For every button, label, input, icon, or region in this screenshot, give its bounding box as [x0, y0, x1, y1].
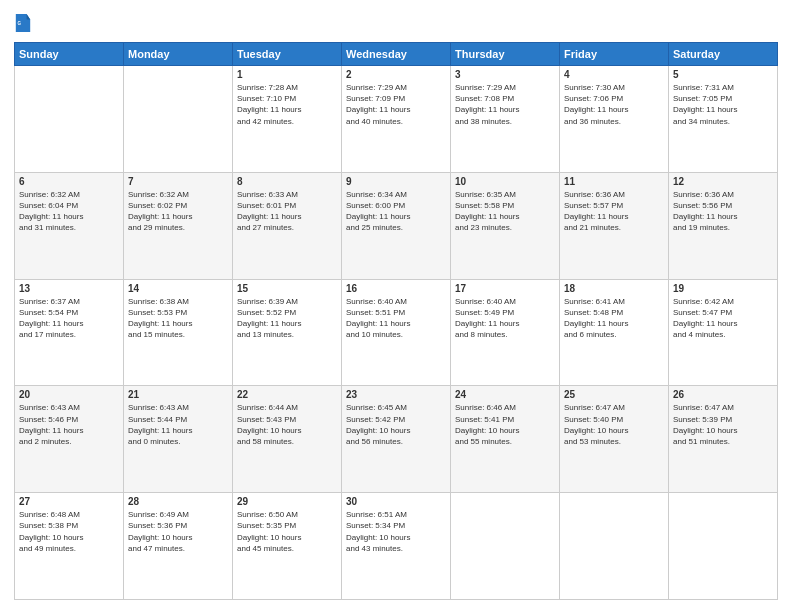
- col-header-sunday: Sunday: [15, 43, 124, 66]
- day-info: Sunrise: 6:46 AM Sunset: 5:41 PM Dayligh…: [455, 402, 555, 447]
- day-number: 16: [346, 283, 446, 294]
- col-header-thursday: Thursday: [451, 43, 560, 66]
- calendar-week-row: 1Sunrise: 7:28 AM Sunset: 7:10 PM Daylig…: [15, 66, 778, 173]
- day-info: Sunrise: 6:48 AM Sunset: 5:38 PM Dayligh…: [19, 509, 119, 554]
- day-number: 1: [237, 69, 337, 80]
- svg-marker-1: [27, 14, 31, 19]
- day-number: 10: [455, 176, 555, 187]
- calendar-cell: [451, 493, 560, 600]
- day-number: 17: [455, 283, 555, 294]
- calendar-cell: 3Sunrise: 7:29 AM Sunset: 7:08 PM Daylig…: [451, 66, 560, 173]
- calendar-cell: 23Sunrise: 6:45 AM Sunset: 5:42 PM Dayli…: [342, 386, 451, 493]
- day-number: 14: [128, 283, 228, 294]
- day-number: 4: [564, 69, 664, 80]
- day-info: Sunrise: 6:36 AM Sunset: 5:57 PM Dayligh…: [564, 189, 664, 234]
- calendar-cell: 29Sunrise: 6:50 AM Sunset: 5:35 PM Dayli…: [233, 493, 342, 600]
- calendar-week-row: 20Sunrise: 6:43 AM Sunset: 5:46 PM Dayli…: [15, 386, 778, 493]
- calendar-cell: 8Sunrise: 6:33 AM Sunset: 6:01 PM Daylig…: [233, 172, 342, 279]
- day-info: Sunrise: 6:43 AM Sunset: 5:44 PM Dayligh…: [128, 402, 228, 447]
- calendar-cell: 30Sunrise: 6:51 AM Sunset: 5:34 PM Dayli…: [342, 493, 451, 600]
- day-info: Sunrise: 6:41 AM Sunset: 5:48 PM Dayligh…: [564, 296, 664, 341]
- calendar-header-row: SundayMondayTuesdayWednesdayThursdayFrid…: [15, 43, 778, 66]
- col-header-monday: Monday: [124, 43, 233, 66]
- day-info: Sunrise: 6:40 AM Sunset: 5:51 PM Dayligh…: [346, 296, 446, 341]
- day-number: 18: [564, 283, 664, 294]
- day-number: 20: [19, 389, 119, 400]
- calendar-week-row: 13Sunrise: 6:37 AM Sunset: 5:54 PM Dayli…: [15, 279, 778, 386]
- logo: G: [14, 12, 34, 34]
- calendar-cell: 9Sunrise: 6:34 AM Sunset: 6:00 PM Daylig…: [342, 172, 451, 279]
- day-number: 6: [19, 176, 119, 187]
- day-number: 2: [346, 69, 446, 80]
- calendar-cell: 18Sunrise: 6:41 AM Sunset: 5:48 PM Dayli…: [560, 279, 669, 386]
- calendar-cell: 20Sunrise: 6:43 AM Sunset: 5:46 PM Dayli…: [15, 386, 124, 493]
- day-info: Sunrise: 7:29 AM Sunset: 7:08 PM Dayligh…: [455, 82, 555, 127]
- calendar-cell: 25Sunrise: 6:47 AM Sunset: 5:40 PM Dayli…: [560, 386, 669, 493]
- calendar-cell: 2Sunrise: 7:29 AM Sunset: 7:09 PM Daylig…: [342, 66, 451, 173]
- calendar-cell: 16Sunrise: 6:40 AM Sunset: 5:51 PM Dayli…: [342, 279, 451, 386]
- calendar-cell: 6Sunrise: 6:32 AM Sunset: 6:04 PM Daylig…: [15, 172, 124, 279]
- day-number: 25: [564, 389, 664, 400]
- calendar-cell: 12Sunrise: 6:36 AM Sunset: 5:56 PM Dayli…: [669, 172, 778, 279]
- col-header-tuesday: Tuesday: [233, 43, 342, 66]
- day-info: Sunrise: 6:47 AM Sunset: 5:39 PM Dayligh…: [673, 402, 773, 447]
- day-number: 7: [128, 176, 228, 187]
- calendar-cell: [124, 66, 233, 173]
- day-info: Sunrise: 6:39 AM Sunset: 5:52 PM Dayligh…: [237, 296, 337, 341]
- day-info: Sunrise: 7:29 AM Sunset: 7:09 PM Dayligh…: [346, 82, 446, 127]
- calendar-cell: [669, 493, 778, 600]
- day-info: Sunrise: 6:51 AM Sunset: 5:34 PM Dayligh…: [346, 509, 446, 554]
- calendar-cell: 14Sunrise: 6:38 AM Sunset: 5:53 PM Dayli…: [124, 279, 233, 386]
- day-number: 29: [237, 496, 337, 507]
- calendar-cell: 5Sunrise: 7:31 AM Sunset: 7:05 PM Daylig…: [669, 66, 778, 173]
- calendar-week-row: 6Sunrise: 6:32 AM Sunset: 6:04 PM Daylig…: [15, 172, 778, 279]
- day-number: 15: [237, 283, 337, 294]
- calendar-cell: [15, 66, 124, 173]
- day-number: 23: [346, 389, 446, 400]
- day-info: Sunrise: 6:33 AM Sunset: 6:01 PM Dayligh…: [237, 189, 337, 234]
- calendar-cell: 19Sunrise: 6:42 AM Sunset: 5:47 PM Dayli…: [669, 279, 778, 386]
- day-number: 13: [19, 283, 119, 294]
- day-info: Sunrise: 6:44 AM Sunset: 5:43 PM Dayligh…: [237, 402, 337, 447]
- day-number: 19: [673, 283, 773, 294]
- calendar-cell: 26Sunrise: 6:47 AM Sunset: 5:39 PM Dayli…: [669, 386, 778, 493]
- day-info: Sunrise: 6:43 AM Sunset: 5:46 PM Dayligh…: [19, 402, 119, 447]
- calendar-table: SundayMondayTuesdayWednesdayThursdayFrid…: [14, 42, 778, 600]
- calendar-week-row: 27Sunrise: 6:48 AM Sunset: 5:38 PM Dayli…: [15, 493, 778, 600]
- logo-icon: G: [14, 12, 32, 34]
- calendar-cell: 7Sunrise: 6:32 AM Sunset: 6:02 PM Daylig…: [124, 172, 233, 279]
- day-info: Sunrise: 6:45 AM Sunset: 5:42 PM Dayligh…: [346, 402, 446, 447]
- calendar-cell: 28Sunrise: 6:49 AM Sunset: 5:36 PM Dayli…: [124, 493, 233, 600]
- calendar-cell: 21Sunrise: 6:43 AM Sunset: 5:44 PM Dayli…: [124, 386, 233, 493]
- day-number: 11: [564, 176, 664, 187]
- day-info: Sunrise: 6:32 AM Sunset: 6:02 PM Dayligh…: [128, 189, 228, 234]
- day-info: Sunrise: 7:30 AM Sunset: 7:06 PM Dayligh…: [564, 82, 664, 127]
- col-header-wednesday: Wednesday: [342, 43, 451, 66]
- calendar-cell: [560, 493, 669, 600]
- calendar-cell: 27Sunrise: 6:48 AM Sunset: 5:38 PM Dayli…: [15, 493, 124, 600]
- day-number: 21: [128, 389, 228, 400]
- calendar-cell: 11Sunrise: 6:36 AM Sunset: 5:57 PM Dayli…: [560, 172, 669, 279]
- calendar-cell: 1Sunrise: 7:28 AM Sunset: 7:10 PM Daylig…: [233, 66, 342, 173]
- day-number: 5: [673, 69, 773, 80]
- day-info: Sunrise: 6:49 AM Sunset: 5:36 PM Dayligh…: [128, 509, 228, 554]
- day-number: 3: [455, 69, 555, 80]
- day-info: Sunrise: 6:42 AM Sunset: 5:47 PM Dayligh…: [673, 296, 773, 341]
- calendar-cell: 10Sunrise: 6:35 AM Sunset: 5:58 PM Dayli…: [451, 172, 560, 279]
- calendar-cell: 17Sunrise: 6:40 AM Sunset: 5:49 PM Dayli…: [451, 279, 560, 386]
- day-info: Sunrise: 6:37 AM Sunset: 5:54 PM Dayligh…: [19, 296, 119, 341]
- day-number: 24: [455, 389, 555, 400]
- day-number: 12: [673, 176, 773, 187]
- day-info: Sunrise: 6:35 AM Sunset: 5:58 PM Dayligh…: [455, 189, 555, 234]
- day-info: Sunrise: 6:47 AM Sunset: 5:40 PM Dayligh…: [564, 402, 664, 447]
- day-number: 9: [346, 176, 446, 187]
- page: G SundayMondayTuesdayWednesdayThursdayFr…: [0, 0, 792, 612]
- calendar-cell: 22Sunrise: 6:44 AM Sunset: 5:43 PM Dayli…: [233, 386, 342, 493]
- day-info: Sunrise: 6:38 AM Sunset: 5:53 PM Dayligh…: [128, 296, 228, 341]
- day-number: 22: [237, 389, 337, 400]
- col-header-friday: Friday: [560, 43, 669, 66]
- svg-text:G: G: [18, 21, 22, 26]
- calendar-cell: 4Sunrise: 7:30 AM Sunset: 7:06 PM Daylig…: [560, 66, 669, 173]
- header: G: [14, 12, 778, 34]
- calendar-cell: 24Sunrise: 6:46 AM Sunset: 5:41 PM Dayli…: [451, 386, 560, 493]
